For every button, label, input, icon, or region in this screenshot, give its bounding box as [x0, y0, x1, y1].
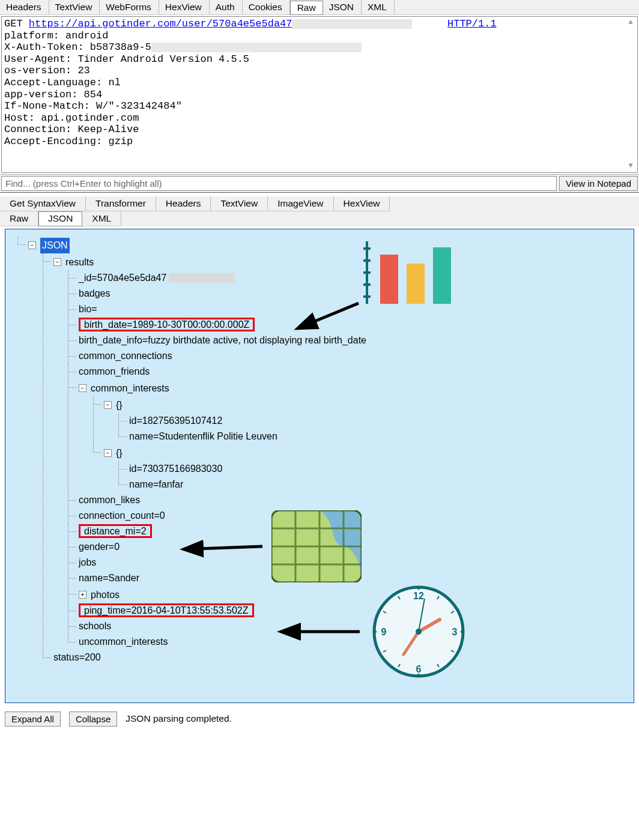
tab-resp-json[interactable]: JSON — [38, 211, 82, 226]
tree-results[interactable]: results — [65, 255, 94, 270]
find-input[interactable] — [1, 176, 557, 191]
tab-auth[interactable]: Auth — [210, 0, 243, 14]
tab-resp-hexview[interactable]: HexView — [334, 196, 390, 211]
request-tabs: Headers TextView WebForms HexView Auth C… — [0, 0, 639, 15]
tab-textview[interactable]: TextView — [49, 0, 100, 14]
highlight-distance: distance_mi=2 — [79, 524, 152, 538]
tree-distance-mi[interactable]: distance_mi=2 — [84, 526, 147, 536]
tree-name[interactable]: name=Sander — [79, 573, 139, 583]
tree-status[interactable]: status=200 — [53, 652, 101, 662]
toggle-icon[interactable]: − — [28, 241, 36, 249]
toggle-icon[interactable]: + — [79, 591, 86, 599]
tree-common-interests[interactable]: common_interests — [91, 381, 169, 396]
tree-connection-count[interactable]: connection_count=0 — [79, 510, 165, 521]
toggle-icon[interactable]: − — [79, 384, 86, 392]
expand-all-button[interactable]: Expand All — [5, 712, 61, 727]
scrollbar-hint[interactable]: ▲▼ — [626, 17, 635, 172]
tree-bio[interactable]: bio= — [79, 304, 97, 314]
tab-resp-headers[interactable]: Headers — [156, 196, 211, 211]
svg-text:6: 6 — [416, 664, 422, 674]
tree-ping-time[interactable]: ping_time=2016-04-10T13:55:53.502Z — [84, 605, 249, 615]
tree-ci0-id[interactable]: id=182756395107412 — [129, 415, 222, 426]
tab-resp-textview[interactable]: TextView — [211, 196, 268, 211]
tab-headers[interactable]: Headers — [0, 0, 49, 14]
tab-transformer[interactable]: Transformer — [86, 196, 156, 211]
highlight-birth-date: birth_date=1989-10-30T00:00:00.000Z — [79, 318, 255, 331]
tree-birth-date-info[interactable]: birth_date_info=fuzzy birthdate active, … — [79, 335, 366, 345]
tree-id[interactable]: _id=570a4e5e5da47 — [79, 270, 166, 286]
toggle-icon[interactable]: − — [104, 449, 112, 457]
tab-resp-xml[interactable]: XML — [82, 211, 121, 226]
tree-ci1-id[interactable]: id=730375166983030 — [129, 464, 222, 474]
tree-ci1-name[interactable]: name=fanfar — [129, 479, 183, 489]
tree-ci0-name[interactable]: name=Studentenflik Politie Leuven — [129, 431, 277, 441]
tree-photos[interactable]: photos — [91, 587, 120, 603]
bottom-bar: Expand All Collapse JSON parsing complet… — [0, 708, 639, 733]
request-url-link[interactable]: https://api.gotinder.com/user/570a4e5e5d… — [29, 18, 292, 29]
tab-xml[interactable]: XML — [362, 0, 395, 14]
tree-common-friends[interactable]: common_friends — [79, 366, 150, 376]
response-tabs-row1: Get SyntaxView Transformer Headers TextV… — [0, 196, 639, 211]
tab-raw[interactable]: Raw — [290, 1, 323, 15]
collapse-button[interactable]: Collapse — [69, 712, 117, 727]
highlight-ping-time: ping_time=2016-04-10T13:55:53.502Z — [79, 603, 254, 617]
json-tree[interactable]: − JSON − results _id=570a4e5e5da47 badge… — [9, 237, 630, 665]
view-in-notepad-button[interactable]: View in Notepad — [559, 176, 638, 191]
tab-hexview[interactable]: HexView — [159, 0, 210, 14]
http-version: HTTP/1.1 — [447, 18, 497, 30]
toggle-icon[interactable]: − — [53, 258, 61, 266]
toggle-icon[interactable]: − — [104, 401, 112, 409]
tree-jobs[interactable]: jobs — [79, 557, 96, 567]
tree-birth-date[interactable]: birth_date=1989-10-30T00:00:00.000Z — [84, 319, 249, 330]
tab-get-syntaxview[interactable]: Get SyntaxView — [0, 196, 86, 211]
redacted-id — [169, 273, 235, 283]
tree-root[interactable]: JSON — [40, 238, 70, 253]
status-text: JSON parsing completed. — [126, 713, 232, 724]
tree-schools[interactable]: schools — [79, 621, 111, 631]
tab-resp-raw[interactable]: Raw — [0, 211, 38, 226]
tree-gender[interactable]: gender=0 — [79, 542, 120, 552]
raw-request-text[interactable]: GET https://api.gotinder.com/user/570a4e… — [2, 17, 637, 172]
tree-uncommon-interests[interactable]: uncommon_interests — [79, 636, 168, 647]
response-tabs-row2: Raw JSON XML — [0, 211, 639, 226]
raw-request-pane: GET https://api.gotinder.com/user/570a4e… — [1, 16, 638, 173]
tree-common-likes[interactable]: common_likes — [79, 495, 140, 505]
tab-imageview[interactable]: ImageView — [268, 196, 333, 211]
tree-ci0[interactable]: {} — [116, 397, 123, 413]
tab-webforms[interactable]: WebForms — [100, 0, 159, 14]
tree-common-connections[interactable]: common_connections — [79, 351, 172, 361]
tree-ci1[interactable]: {} — [116, 446, 123, 461]
tab-cookies[interactable]: Cookies — [243, 0, 290, 14]
tab-json[interactable]: JSON — [323, 0, 362, 14]
tree-badges[interactable]: badges — [79, 288, 111, 298]
json-tree-pane: − JSON − results _id=570a4e5e5da47 badge… — [5, 229, 634, 703]
find-row: View in Notepad — [0, 174, 639, 193]
